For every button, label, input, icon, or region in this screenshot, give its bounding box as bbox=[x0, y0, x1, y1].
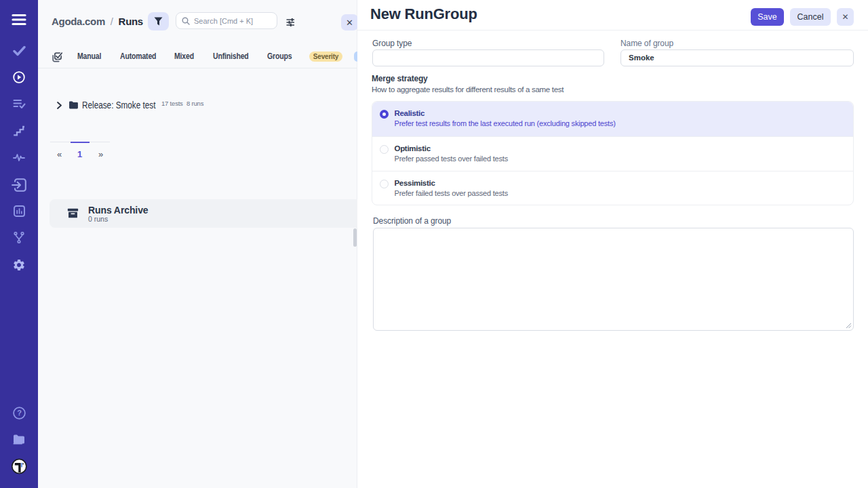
svg-text:?: ? bbox=[17, 409, 22, 417]
